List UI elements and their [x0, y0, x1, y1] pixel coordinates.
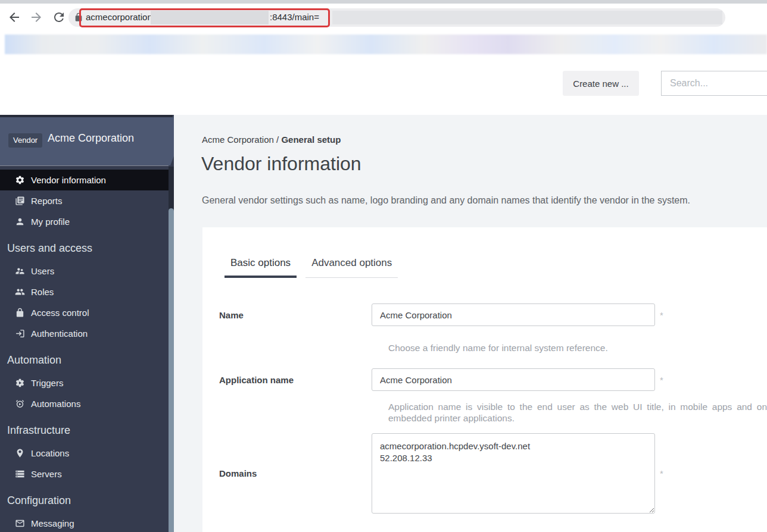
- create-new-button[interactable]: Create new ...: [563, 71, 639, 96]
- sidebar-item-vendor-information[interactable]: Vendor information: [0, 170, 169, 190]
- name-field-label: Name: [219, 310, 372, 320]
- sidebar-section-users-and-access: Users and access: [0, 232, 169, 261]
- sidebar-item-locations[interactable]: Locations: [0, 443, 169, 464]
- required-marker: *: [660, 310, 663, 320]
- form-row-domains: Domains acmecorporation.hcpdev.ysoft-dev…: [219, 433, 663, 514]
- browser-reload-button[interactable]: [52, 10, 66, 24]
- main-content: Acme Corporation / General setup Vendor …: [174, 115, 767, 532]
- sidebar-item-users[interactable]: Users: [0, 261, 169, 281]
- reports-icon: [15, 196, 25, 206]
- sidebar-section-configuration: Configuration: [0, 484, 169, 513]
- sidebar-section-infrastructure: Infrastructure: [0, 414, 169, 443]
- browser-back-button[interactable]: [7, 10, 21, 24]
- vendor-badge: Vendor: [8, 133, 42, 148]
- bookmarks-bar-redacted: [5, 35, 767, 54]
- sidebar-item-label: Reports: [31, 196, 63, 206]
- sidebar-item-label: Authentication: [31, 328, 88, 339]
- address-bar[interactable]: acmecorporation.h :8443/main=: [68, 8, 725, 27]
- lock-icon: [15, 308, 25, 318]
- sidebar-item-label: Triggers: [31, 378, 63, 388]
- url-redaction-block-2: [332, 11, 722, 24]
- url-redaction-block: [151, 11, 269, 24]
- sidebar-section-automation: Automation: [0, 344, 169, 373]
- name-input[interactable]: [372, 303, 655, 326]
- search-input[interactable]: [661, 71, 767, 96]
- sidebar-scrollbar-thumb[interactable]: [169, 208, 174, 532]
- sidebar-item-label: Automations: [31, 399, 80, 409]
- tab-basic-options[interactable]: Basic options: [225, 257, 297, 278]
- required-marker: *: [660, 468, 663, 478]
- login-icon: [15, 328, 25, 339]
- breadcrumb-separator: /: [274, 134, 282, 145]
- envelope-icon: [15, 518, 25, 528]
- vendor-name: Acme Corporation: [48, 132, 134, 145]
- page-description: General vendor settings such as name, lo…: [202, 195, 690, 206]
- gear-icon: [15, 175, 25, 185]
- arrow-left-icon: [7, 10, 21, 24]
- roles-group-icon: [15, 287, 25, 297]
- domains-textarea[interactable]: acmecorporation.hcpdev.ysoft-dev.net 52.…: [372, 433, 655, 514]
- tab-advanced-options[interactable]: Advanced options: [305, 257, 398, 278]
- sidebar-item-label: Servers: [31, 469, 62, 479]
- page-title: Vendor information: [201, 152, 361, 176]
- reload-icon: [52, 10, 66, 24]
- url-port-path: :8443/main=: [270, 12, 319, 22]
- users-icon: [15, 266, 25, 276]
- timer-play-icon: [15, 399, 25, 409]
- breadcrumb-parent[interactable]: Acme Corporation: [202, 134, 274, 145]
- vendor-banner: Vendor Acme Corporation: [0, 115, 180, 165]
- trigger-gear-icon: [15, 378, 25, 388]
- sidebar-item-triggers[interactable]: Triggers: [0, 373, 169, 393]
- banner-separator: [0, 165, 169, 166]
- application-name-help-text: Application name is visible to the end u…: [388, 401, 767, 424]
- required-marker: *: [660, 375, 663, 385]
- sidebar-item-label: My profile: [31, 217, 70, 227]
- padlock-icon: [74, 12, 83, 22]
- sidebar-item-label: Users: [31, 266, 54, 276]
- sidebar-item-reports[interactable]: Reports: [0, 190, 169, 211]
- sidebar-item-access-control[interactable]: Access control: [0, 302, 169, 323]
- sidebar-item-label: Roles: [31, 287, 54, 297]
- server-stack-icon: [15, 469, 25, 479]
- sidebar: Vendor Acme Corporation Vendor informati…: [0, 115, 174, 532]
- sidebar-item-label: Messaging: [31, 518, 74, 528]
- sidebar-item-label: Vendor information: [31, 175, 106, 185]
- sidebar-item-automations[interactable]: Automations: [0, 393, 169, 414]
- settings-card: Basic options Advanced options Name * Ch…: [202, 227, 767, 532]
- person-icon: [15, 217, 25, 227]
- name-help-text: Choose a friendly name for internal syst…: [388, 342, 608, 353]
- window-edge: [0, 0, 767, 4]
- tab-bar: Basic options Advanced options: [225, 257, 407, 278]
- sidebar-item-my-profile[interactable]: My profile: [0, 211, 169, 232]
- sidebar-item-label: Locations: [31, 448, 69, 458]
- sidebar-item-messaging[interactable]: Messaging: [0, 513, 169, 532]
- url-text: acmecorporation.h: [86, 12, 160, 22]
- sidebar-item-roles[interactable]: Roles: [0, 281, 169, 302]
- sidebar-menu: Vendor information Reports My profile Us…: [0, 170, 169, 532]
- sidebar-item-servers[interactable]: Servers: [0, 464, 169, 484]
- breadcrumb-current: General setup: [281, 134, 341, 145]
- map-pin-icon: [15, 448, 25, 458]
- breadcrumb: Acme Corporation / General setup: [202, 134, 341, 145]
- form-row-name: Name *: [219, 303, 663, 326]
- application-name-field-label: Application name: [219, 375, 372, 385]
- sidebar-item-label: Access control: [31, 308, 89, 318]
- domains-field-label: Domains: [219, 468, 372, 478]
- browser-forward-button[interactable]: [29, 10, 43, 24]
- browser-chrome: acmecorporation.h :8443/main=: [0, 0, 767, 34]
- banner-top-strip: [0, 115, 173, 117]
- form-row-application-name: Application name *: [219, 368, 663, 391]
- application-name-input[interactable]: [372, 368, 655, 391]
- arrow-right-icon: [29, 10, 43, 24]
- sidebar-item-authentication[interactable]: Authentication: [0, 323, 169, 344]
